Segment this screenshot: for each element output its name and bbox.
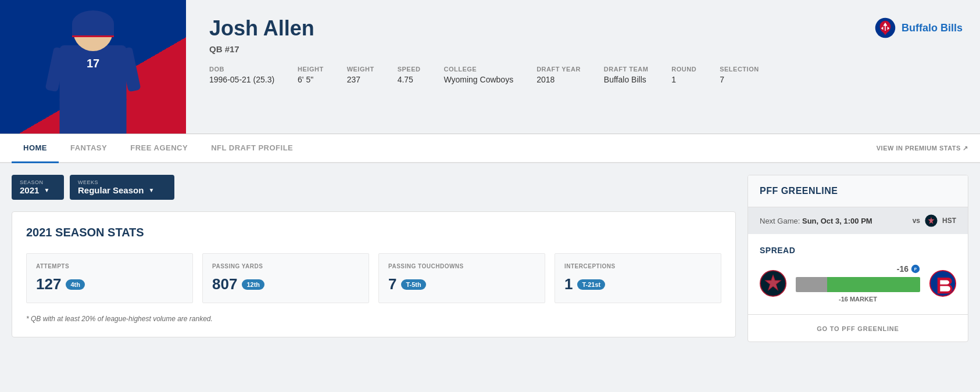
stats-note: * QB with at least 20% of league-highest…: [26, 315, 721, 323]
college-label: COLLEGE: [443, 66, 513, 73]
draft-year-value: 2018: [537, 75, 581, 84]
nav-tabs-left: HOME FANTASY FREE AGENCY NFL DRAFT PROFI…: [12, 134, 305, 162]
right-panel: PFF GREENLINE Next Game: Sun, Oct 3, 1:0…: [747, 175, 968, 342]
go-to-greenline-button[interactable]: GO TO PFF GREENLINE: [817, 325, 899, 332]
season-chevron-icon: ▼: [44, 187, 49, 193]
draft-team-label: DRAFT TEAM: [604, 66, 649, 73]
stat-value-attempts: 127: [36, 275, 61, 293]
stat-rank-passing-yards: 12th: [242, 279, 264, 290]
player-attributes: DOB 1996-05-21 (25.3) HEIGHT 6' 5" WEIGH…: [209, 66, 963, 84]
selection-label: SELECTION: [720, 66, 759, 73]
spread-market-label: -16 MARKET: [796, 296, 920, 303]
stat-row-passing-tds: 7 T-5th: [388, 275, 535, 293]
tab-free-agency[interactable]: FREE AGENCY: [119, 134, 199, 163]
stat-row-attempts: 127 4th: [36, 275, 183, 293]
draft-year-label: DRAFT YEAR: [537, 66, 581, 73]
height-value: 6' 5": [298, 75, 324, 84]
attr-college: COLLEGE Wyoming Cowboys: [443, 66, 513, 84]
stat-label-interceptions: INTERCEPTIONS: [564, 263, 711, 269]
team-badge: Buffalo Bills: [875, 17, 963, 38]
stat-block-interceptions: INTERCEPTIONS 1 T-21st: [555, 253, 721, 303]
spread-visual: -16 P: [760, 264, 956, 303]
texans-team-logo-icon: [760, 270, 786, 297]
tab-home[interactable]: HOME: [12, 134, 59, 163]
pff-icon: P: [911, 264, 920, 274]
next-game-right: vs HST: [913, 214, 956, 227]
spread-section: SPREAD -16: [748, 234, 968, 314]
next-game-prefix: Next Game:: [760, 217, 800, 225]
bills-team-logo-icon: [929, 270, 956, 297]
height-label: HEIGHT: [298, 66, 324, 73]
nav-tabs: HOME FANTASY FREE AGENCY NFL DRAFT PROFI…: [0, 134, 980, 163]
weeks-label: WEEKS: [78, 179, 98, 185]
main-content: SEASON 2021 ▼ WEEKS Regular Season ▼ 202: [0, 163, 980, 354]
season-label: SEASON: [20, 179, 44, 185]
player-position: QB #17: [209, 44, 963, 54]
stat-rank-attempts: 4th: [66, 279, 85, 290]
next-game-vs: vs: [913, 217, 920, 225]
selection-value: 7: [720, 75, 759, 84]
tab-nfl-draft[interactable]: NFL DRAFT PROFILE: [199, 134, 305, 163]
away-team: [760, 270, 786, 297]
attr-round: ROUND 1: [671, 66, 696, 84]
spread-value-top: -16: [897, 264, 909, 274]
next-game-date: Sun, Oct 3, 1:00 PM: [802, 217, 872, 225]
filters-row: SEASON 2021 ▼ WEEKS Regular Season ▼: [12, 175, 736, 200]
attr-speed: SPEED 4.75: [398, 66, 421, 84]
stat-value-passing-tds: 7: [388, 275, 396, 293]
speed-value: 4.75: [398, 75, 421, 84]
team-name: Buffalo Bills: [902, 22, 963, 34]
attr-selection: SELECTION 7: [720, 66, 759, 84]
stat-block-passing-yards: PASSING YARDS 807 12th: [202, 253, 369, 303]
opponent-abbr: HST: [942, 217, 956, 225]
stat-label-attempts: ATTEMPTS: [36, 263, 183, 269]
player-info: Josh Allen QB #17 DOB 1996-05-21 (25.3) …: [186, 0, 980, 134]
left-panel: SEASON 2021 ▼ WEEKS Regular Season ▼ 202: [12, 175, 736, 342]
stat-label-passing-tds: PASSING TOUCHDOWNS: [388, 263, 535, 269]
player-photo-area: 17: [0, 0, 186, 134]
weeks-value: Regular Season: [78, 185, 144, 195]
svg-text:P: P: [914, 267, 917, 271]
round-label: ROUND: [671, 66, 696, 73]
next-game-label: Next Game: Sun, Oct 3, 1:00 PM: [760, 217, 872, 225]
spread-bar-gray: [796, 277, 827, 292]
player-header: 17 Josh Allen QB #17 DOB 1996-05-21 (25.…: [0, 0, 980, 134]
weight-label: WEIGHT: [347, 66, 374, 73]
attr-weight: WEIGHT 237: [347, 66, 374, 84]
home-team: [929, 270, 956, 297]
texans-logo-icon: [925, 214, 938, 227]
stat-value-interceptions: 1: [564, 275, 573, 293]
stat-rank-passing-tds: T-5th: [401, 279, 425, 290]
bills-logo-icon: [875, 17, 896, 38]
stat-row-interceptions: 1 T-21st: [564, 275, 711, 293]
stat-block-passing-tds: PASSING TOUCHDOWNS 7 T-5th: [378, 253, 545, 303]
stat-block-attempts: ATTEMPTS 127 4th: [26, 253, 193, 303]
season-btn-inner: 2021 ▼: [20, 185, 49, 195]
weight-value: 237: [347, 75, 374, 84]
greenline-card: PFF GREENLINE Next Game: Sun, Oct 3, 1:0…: [747, 175, 968, 342]
spread-bar-area: -16 P: [796, 264, 920, 303]
draft-team-value: Buffalo Bills: [604, 75, 649, 84]
stat-label-passing-yards: PASSING YARDS: [212, 263, 359, 269]
attr-draft-team: DRAFT TEAM Buffalo Bills: [604, 66, 649, 84]
spread-bar-green: [827, 277, 921, 292]
stats-grid: ATTEMPTS 127 4th PASSING YARDS 807 12th: [26, 253, 721, 303]
college-value: Wyoming Cowboys: [443, 75, 513, 84]
season-filter[interactable]: SEASON 2021 ▼: [12, 175, 64, 200]
stats-title: 2021 SEASON STATS: [26, 226, 721, 239]
spread-label: SPREAD: [760, 246, 956, 255]
stat-row-passing-yards: 807 12th: [212, 275, 359, 293]
greenline-footer: GO TO PFF GREENLINE: [748, 314, 968, 341]
greenline-header: PFF GREENLINE: [748, 175, 968, 207]
weeks-filter[interactable]: WEEKS Regular Season ▼: [70, 175, 174, 200]
view-premium-stats[interactable]: VIEW IN PREMIUM STATS ↗: [877, 145, 968, 152]
attr-height: HEIGHT 6' 5": [298, 66, 324, 84]
weeks-btn-inner: Regular Season ▼: [78, 185, 154, 195]
stat-rank-interceptions: T-21st: [577, 279, 605, 290]
attr-dob: DOB 1996-05-21 (25.3): [209, 66, 274, 84]
tab-fantasy[interactable]: FANTASY: [59, 134, 119, 163]
next-game-bar: Next Game: Sun, Oct 3, 1:00 PM vs HST: [748, 207, 968, 234]
dob-value: 1996-05-21 (25.3): [209, 75, 274, 84]
season-value: 2021: [20, 185, 39, 195]
attr-draft-year: DRAFT YEAR 2018: [537, 66, 581, 84]
